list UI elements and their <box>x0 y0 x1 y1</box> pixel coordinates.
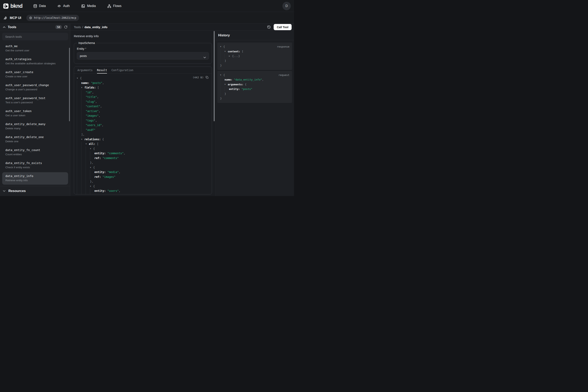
breadcrumb: Tools / data_entity_info <box>74 25 107 29</box>
tools-list: auth_meGet the current userauth_strategi… <box>0 40 70 186</box>
fingerprint-icon <box>57 4 61 8</box>
tools-search <box>0 30 70 40</box>
tool-list-item[interactable]: auth_user_createCreate a new user <box>2 68 68 81</box>
nav-item-flows[interactable]: Flows <box>107 4 122 8</box>
required-mark: * <box>85 47 86 50</box>
tool-name: data_entity_fn_count <box>5 148 65 152</box>
bknd-logo-icon <box>3 4 8 9</box>
tool-description: Create a new user <box>5 74 65 78</box>
history-entry-response[interactable]: response ▼{▼content: [▶{...}]} <box>217 42 292 70</box>
tool-name: auth_me <box>5 44 65 48</box>
tool-description: Check if entity exists <box>5 166 65 169</box>
search-tools-input[interactable] <box>2 33 68 40</box>
breadcrumb-section[interactable]: Tools <box>74 25 81 29</box>
database-icon <box>33 4 37 8</box>
collapse-triangle-icon[interactable]: ▼ <box>90 184 93 189</box>
brand-name: bknd <box>10 3 22 9</box>
resources-section-header[interactable]: Resources <box>0 186 70 196</box>
collapse-triangle-icon[interactable]: ▼ <box>81 137 84 142</box>
tool-name: data_entity_delete_many <box>5 122 65 126</box>
chevron-up-icon <box>3 26 5 28</box>
tool-name: data_entity_delete_one <box>5 135 65 139</box>
collapse-triangle-icon[interactable]: ▼ <box>86 142 89 146</box>
mcp-url: http://localhost:28623/mcp <box>34 16 76 20</box>
result-json-viewer: (442 B) ▼{name: "posts",▼fields: ["id","… <box>74 74 212 194</box>
nav-item-auth[interactable]: Auth <box>57 4 70 8</box>
entity-select[interactable]: posts <box>77 52 209 60</box>
nav-item-label: Flows <box>113 4 122 8</box>
mcp-bar: MCP UI http://localhost:28623/mcp <box>0 12 294 24</box>
collapse-triangle-icon[interactable]: ▼ <box>81 85 84 90</box>
tools-header-label: Tools <box>8 25 16 29</box>
refresh-tools-button[interactable] <box>64 25 67 29</box>
tool-name: auth_user_create <box>5 70 65 74</box>
tool-list-item[interactable]: auth_user_tokenGet a user token <box>2 107 68 120</box>
nav-item-data[interactable]: Data <box>33 4 46 8</box>
history-entry-type: response <box>277 44 289 49</box>
nav-item-label: Data <box>39 4 46 8</box>
refresh-icon <box>64 25 67 29</box>
nav-item-label: Media <box>87 4 96 8</box>
tool-list-item[interactable]: auth_user_password_changeChange a user's… <box>2 81 68 94</box>
top-navbar: bknd Data Auth Media <box>0 0 294 12</box>
mcp-title: MCP UI <box>10 16 21 20</box>
entity-select-value: posts <box>80 54 87 58</box>
tool-name: auth_user_token <box>5 109 65 113</box>
tools-count-badge: 50 <box>55 25 62 29</box>
entity-field-label: Entity* <box>77 47 209 50</box>
tool-list-item[interactable]: data_entity_fn_existsCheck if entity exi… <box>2 159 68 172</box>
mcp-icon <box>3 16 7 20</box>
tool-description: Get a user token <box>5 114 65 117</box>
copy-json-button[interactable] <box>205 76 208 79</box>
brand[interactable]: bknd <box>3 3 22 9</box>
history-entry-request[interactable]: request ▼{name: "data_entity_info",▼argu… <box>217 71 292 103</box>
tool-header: Tools / data_entity_info Call Tool <box>70 24 294 30</box>
collapse-triangle-icon[interactable]: ▼ <box>224 82 228 87</box>
tool-list-item[interactable]: data_entity_infoRetrieve entity info <box>2 172 68 184</box>
chevron-down-icon <box>3 190 5 192</box>
tool-name: data_entity_info <box>5 174 65 178</box>
tab-configuration[interactable]: Configuration <box>111 67 133 74</box>
tool-list-item[interactable]: auth_meGet the current user <box>2 42 68 55</box>
tool-list-item[interactable]: auth_strategiesGet the available authent… <box>2 55 68 68</box>
main-scrollbar[interactable] <box>214 31 214 121</box>
tool-description: Get the available authentication strateg… <box>5 62 65 65</box>
collapse-triangle-icon[interactable]: ▼ <box>220 73 223 78</box>
collapse-triangle-icon[interactable]: ▼ <box>224 49 228 54</box>
tool-name: data_entity_fn_exists <box>5 161 65 165</box>
tool-name: auth_user_password_change <box>5 83 65 87</box>
call-tool-button[interactable]: Call Tool <box>274 24 292 30</box>
history-toggle-button[interactable] <box>267 25 271 29</box>
tools-section-header[interactable]: Tools 50 <box>0 24 70 30</box>
expand-triangle-icon[interactable]: ▶ <box>229 54 232 58</box>
collapse-triangle-icon[interactable]: ▼ <box>77 76 80 81</box>
mcp-url-pill[interactable]: http://localhost:28623/mcp <box>26 15 79 21</box>
collapse-triangle-icon[interactable]: ▼ <box>90 165 93 170</box>
workflow-icon <box>107 4 111 8</box>
tool-name: auth_user_password_test <box>5 96 65 100</box>
tool-list-item[interactable]: data_entity_fn_countCount entities <box>2 146 68 159</box>
result-json-tree[interactable]: ▼{name: "posts",▼fields: ["id","title","… <box>74 76 212 194</box>
tool-description: Get the current user <box>5 48 65 52</box>
input-schema-fieldset: InputSchema Entity* posts <box>74 41 212 64</box>
nav-item-media[interactable]: Media <box>81 4 96 8</box>
tool-description: Retrieve entity info <box>5 178 65 182</box>
tool-detail-pane: Retrieve entity info InputSchema Entity*… <box>70 30 215 196</box>
app-window: bknd Data Auth Media <box>0 0 294 196</box>
resources-header-label: Resources <box>8 189 26 193</box>
sidebar-scrollbar[interactable] <box>69 48 70 121</box>
tab-arguments[interactable]: Arguments <box>77 67 93 74</box>
tab-result[interactable]: Result <box>97 67 107 74</box>
user-avatar[interactable]: D <box>282 2 291 10</box>
breadcrumb-separator: / <box>82 25 83 29</box>
collapse-triangle-icon[interactable]: ▼ <box>90 146 93 151</box>
collapse-triangle-icon[interactable]: ▼ <box>220 44 223 49</box>
clock-history-icon <box>267 25 271 29</box>
tool-list-item[interactable]: data_entity_delete_oneDelete one <box>2 133 68 146</box>
tool-list-item[interactable]: data_entity_delete_manyDelete many <box>2 120 68 133</box>
history-entry-type: request <box>278 73 289 78</box>
tab-bar: Arguments Result Configuration <box>74 67 212 74</box>
tools-sidebar: Tools 50 auth_meGet the current userauth… <box>0 24 70 196</box>
tool-description: Delete one <box>5 140 65 143</box>
tool-list-item[interactable]: auth_user_password_testTest a user's pas… <box>2 94 68 107</box>
